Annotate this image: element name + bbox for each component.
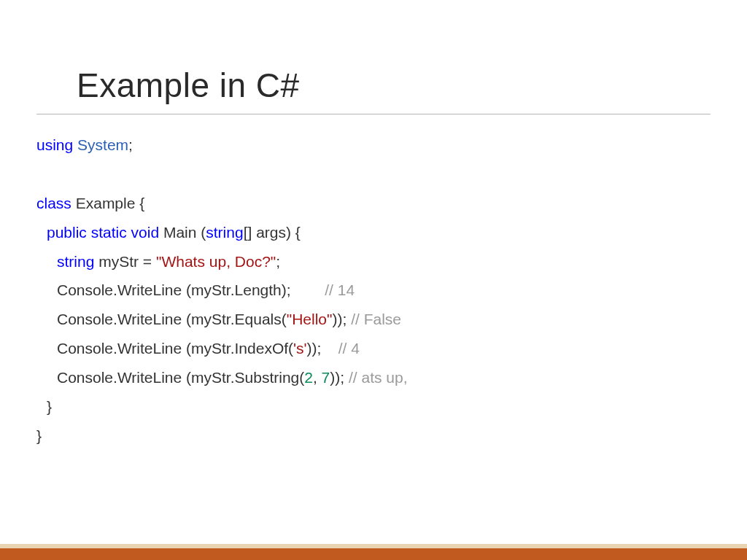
- stmt-substring-1: Console.WriteLine (myStr.Substring(: [57, 369, 304, 386]
- footer-accent-bottom: [0, 548, 747, 560]
- keyword-using: using: [36, 136, 73, 153]
- stmt-length: Console.WriteLine (myStr.Length);: [57, 281, 325, 298]
- stmt-substring-2: ));: [330, 369, 349, 386]
- code-line-4: public static void Main (string[] args) …: [36, 218, 711, 247]
- method-sig-1: Main (: [159, 224, 206, 241]
- method-sig-2: [] args) {: [244, 224, 301, 241]
- code-line-1: using System;: [36, 131, 711, 160]
- stmt-indexof-2: ));: [307, 340, 338, 357]
- comment-false: // False: [351, 311, 401, 327]
- string-literal-1: "Whats up, Doc?": [156, 253, 276, 270]
- var-decl: myStr =: [94, 253, 156, 270]
- comment-14: // 14: [325, 281, 355, 298]
- slide-title: Example in C#: [77, 66, 711, 105]
- code-line-7: Console.WriteLine (myStr.Equals("Hello")…: [36, 305, 711, 334]
- code-line-blank: [36, 160, 711, 189]
- code-line-9: Console.WriteLine (myStr.Substring(2, 7)…: [36, 363, 711, 392]
- code-line-10: }: [36, 392, 711, 421]
- semicolon: ;: [128, 136, 133, 153]
- type-string: string: [206, 224, 243, 241]
- slide-footer: [0, 544, 747, 560]
- comma: ,: [313, 369, 322, 386]
- title-underline: [36, 114, 711, 114]
- stmt-equals-2: ));: [333, 311, 352, 327]
- string-literal-2: "Hello": [287, 311, 333, 327]
- char-literal: 's': [293, 340, 307, 357]
- stmt-equals-1: Console.WriteLine (myStr.Equals(: [57, 311, 287, 327]
- code-line-3: class Example {: [36, 189, 711, 218]
- semicolon-2: ;: [276, 253, 280, 270]
- stmt-indexof-1: Console.WriteLine (myStr.IndexOf(: [57, 340, 293, 357]
- code-line-11: }: [36, 421, 711, 451]
- num-2: 2: [304, 369, 313, 386]
- code-block: using System; class Example { public sta…: [36, 131, 711, 451]
- code-line-5: string myStr = "Whats up, Doc?";: [36, 247, 711, 276]
- namespace-system: System: [77, 136, 128, 153]
- code-line-6: Console.WriteLine (myStr.Length); // 14: [36, 276, 711, 305]
- slide: Example in C# using System; class Exampl…: [0, 0, 747, 560]
- close-brace-inner: }: [47, 398, 52, 415]
- type-string-2: string: [57, 253, 94, 270]
- code-line-8: Console.WriteLine (myStr.IndexOf('s')); …: [36, 334, 711, 363]
- comment-atsup: // ats up,: [349, 369, 408, 386]
- class-name: Example {: [71, 195, 144, 211]
- modifiers: public static void: [47, 224, 159, 241]
- close-brace-outer: }: [36, 427, 42, 444]
- num-7: 7: [322, 369, 330, 386]
- keyword-class: class: [36, 195, 71, 211]
- comment-4: // 4: [338, 340, 360, 357]
